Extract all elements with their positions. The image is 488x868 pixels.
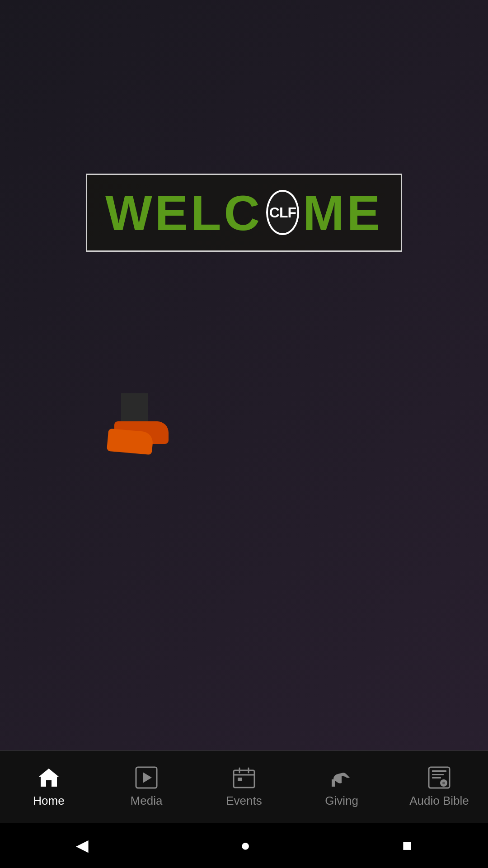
nav-label-media: Media xyxy=(131,794,163,808)
nav-label-giving: Giving xyxy=(325,794,358,808)
partial-cards-row xyxy=(14,564,474,655)
main-content: NEXT STEPS Next Steps Baptism, Child Ded… xyxy=(0,307,488,655)
svg-rect-20 xyxy=(432,777,441,778)
nav-label-events: Events xyxy=(226,794,262,808)
home-icon xyxy=(37,766,61,789)
nav-item-giving[interactable]: Giving xyxy=(293,766,390,808)
audio-bible-icon xyxy=(427,766,451,789)
svg-rect-12 xyxy=(234,770,254,788)
nav-label-audio-bible: Audio Bible xyxy=(409,794,469,808)
nav-item-audio-bible[interactable]: Audio Bible xyxy=(390,766,488,808)
clf-logo: CLF xyxy=(266,190,299,235)
bottom-nav: Home Media Events Giving xyxy=(0,750,488,823)
partial-card-right[interactable] xyxy=(251,564,474,655)
recents-button[interactable]: ■ xyxy=(402,836,412,855)
svg-rect-16 xyxy=(238,778,242,781)
media-play-icon xyxy=(135,766,158,789)
svg-point-22 xyxy=(442,782,445,784)
welcome-banner: WELC CLF ME xyxy=(86,174,402,252)
welcome-text: WELC CLF ME xyxy=(105,184,383,241)
back-button[interactable]: ◀ xyxy=(76,836,89,855)
events-calendar-icon xyxy=(232,766,256,789)
nav-item-media[interactable]: Media xyxy=(98,766,195,808)
home-button[interactable]: ● xyxy=(240,836,250,855)
svg-rect-18 xyxy=(432,770,446,772)
svg-rect-19 xyxy=(432,774,444,775)
nav-item-events[interactable]: Events xyxy=(195,766,293,808)
nav-label-home: Home xyxy=(33,794,64,808)
nav-item-home[interactable]: Home xyxy=(0,766,98,808)
giving-hand-icon xyxy=(330,766,353,789)
svg-marker-11 xyxy=(143,772,152,783)
system-nav: ◀ ● ■ xyxy=(0,823,488,868)
